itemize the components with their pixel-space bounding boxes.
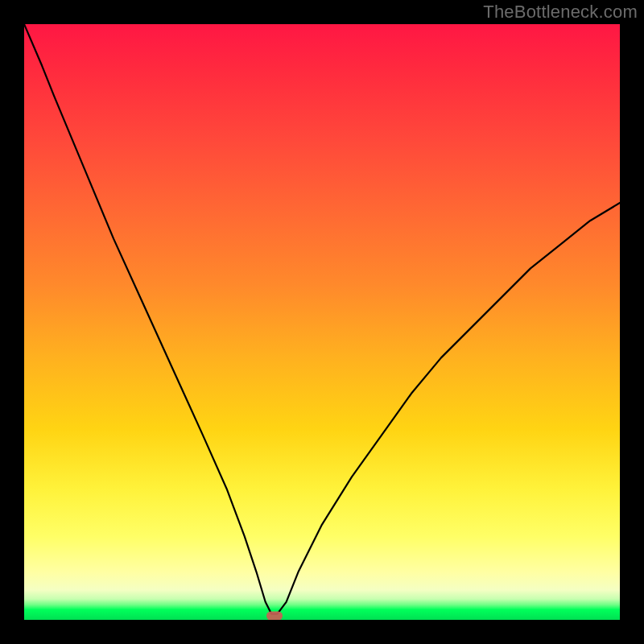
curve-path [24,24,620,614]
plot-area [24,24,620,620]
watermark-text: TheBottleneck.com [483,2,638,23]
chart-frame: TheBottleneck.com [0,0,644,644]
bottleneck-curve [24,24,620,620]
optimal-point-marker [266,611,283,620]
